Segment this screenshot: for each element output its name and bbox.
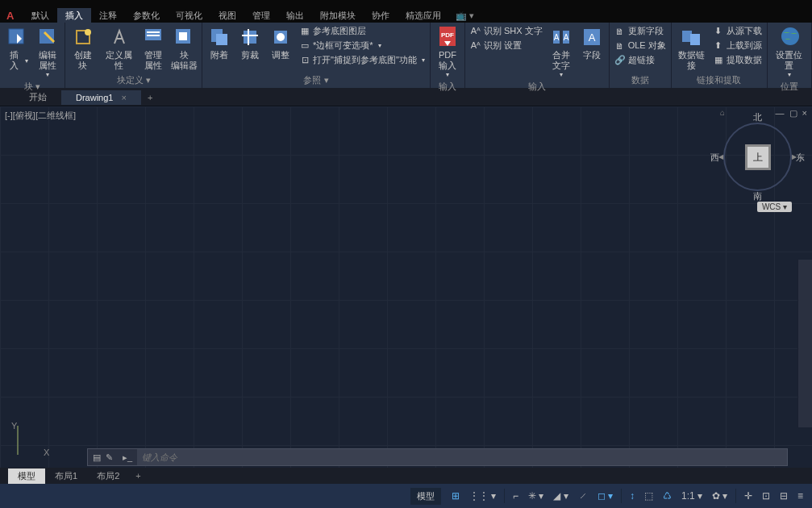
viewport-close-icon[interactable]: × bbox=[802, 108, 807, 119]
field-button[interactable]: A 字段 bbox=[577, 24, 606, 62]
manage-attr-icon bbox=[142, 26, 164, 48]
edit-attributes-button[interactable]: 编辑 属性 ▾ bbox=[33, 24, 62, 80]
menu-output[interactable]: 输出 bbox=[278, 8, 312, 23]
viewcube-east[interactable]: 东 bbox=[796, 151, 805, 163]
drawing-canvas[interactable]: [-][俯视][二维线框] — ▢ × ⌂ ◀ ▶ 上 北 南 西 东 WCS … bbox=[0, 106, 812, 468]
menu-view[interactable]: 视图 bbox=[210, 8, 244, 23]
svg-rect-9 bbox=[179, 32, 187, 40]
command-line[interactable]: ▤ ✎ ▸_ bbox=[87, 448, 788, 466]
menu-insert[interactable]: 插入 bbox=[57, 8, 91, 23]
viewcube[interactable]: ⌂ ◀ ▶ 上 北 南 西 东 bbox=[723, 123, 792, 191]
layout-tab-2[interactable]: 布局2 bbox=[87, 468, 129, 484]
svg-rect-7 bbox=[147, 35, 160, 36]
ucs-x-label: X bbox=[44, 448, 49, 457]
status-snap-icon[interactable]: ⋮⋮ ▾ bbox=[465, 488, 500, 504]
create-block-button[interactable]: 创建块 bbox=[68, 24, 98, 73]
layers-icon: ▦ bbox=[299, 26, 310, 37]
underlay-layers-button[interactable]: ▦参考底图图层 bbox=[297, 24, 427, 38]
pdf-import-button[interactable]: PDF PDF 输入 ▾ bbox=[433, 24, 462, 80]
menu-manage[interactable]: 管理 bbox=[244, 8, 278, 23]
status-scale[interactable]: 1:1 ▾ bbox=[677, 488, 706, 504]
attach-button[interactable]: 附着 bbox=[205, 24, 234, 62]
status-lineweight-icon[interactable]: ↕ bbox=[626, 488, 639, 504]
status-grid-icon[interactable]: ⊞ bbox=[448, 488, 464, 504]
merge-text-button[interactable]: AA 合并 文字 ▾ bbox=[547, 24, 576, 80]
hyperlink-button[interactable]: 🔗超链接 bbox=[612, 53, 668, 67]
menu-default[interactable]: 默认 bbox=[23, 8, 57, 23]
status-transparency-icon[interactable]: ⬚ bbox=[640, 488, 657, 504]
define-attr-button[interactable]: 定义属性 bbox=[100, 24, 139, 73]
status-gear-icon[interactable]: ✿ ▾ bbox=[708, 488, 731, 504]
adjust-button[interactable]: 调整 bbox=[266, 24, 295, 62]
group-blockdef-label: 块定义 ▾ bbox=[68, 73, 199, 88]
status-quickprops-icon[interactable]: ⊟ bbox=[776, 488, 792, 504]
svg-point-14 bbox=[277, 33, 285, 41]
command-input[interactable] bbox=[137, 452, 787, 462]
data-link-icon bbox=[680, 26, 702, 48]
block-editor-icon bbox=[173, 26, 195, 48]
status-osnap-icon[interactable]: ◻ ▾ bbox=[593, 488, 617, 504]
recognize-settings-button[interactable]: Aᴬ识别 设置 bbox=[468, 39, 545, 52]
viewport-maximize-icon[interactable]: ▢ bbox=[789, 108, 797, 119]
recognize-shx-button[interactable]: Aᴬ识别 SHX 文字 bbox=[468, 24, 545, 38]
navigation-bar[interactable] bbox=[797, 260, 812, 427]
status-customize-icon[interactable]: ≡ bbox=[793, 488, 807, 504]
svg-rect-11 bbox=[216, 34, 227, 45]
wcs-selector[interactable]: WCS ▾ bbox=[757, 202, 792, 212]
menu-featured[interactable]: 精选应用 bbox=[398, 8, 449, 23]
upload-source-button[interactable]: ⬆上载到源 bbox=[710, 39, 764, 52]
svg-rect-0 bbox=[9, 29, 23, 44]
viewport-label[interactable]: [-][俯视][二维线框] bbox=[5, 110, 76, 122]
update-fields-button[interactable]: 🗎更新字段 bbox=[612, 24, 668, 38]
extract-icon: ▦ bbox=[713, 55, 724, 66]
ole-object-button[interactable]: 🗎OLE 对象 bbox=[612, 39, 668, 52]
layout-tab-add[interactable]: + bbox=[129, 469, 147, 482]
group-data-label: 数据 bbox=[612, 73, 668, 88]
menu-annotate[interactable]: 注释 bbox=[91, 8, 125, 23]
adjust-icon bbox=[269, 26, 292, 48]
settings-sm-icon: Aᴬ bbox=[470, 40, 481, 52]
layout-tab-1[interactable]: 布局1 bbox=[45, 468, 87, 484]
extract-data-button[interactable]: ▦提取数据 bbox=[710, 53, 764, 67]
manage-attr-button[interactable]: 管理 属性 bbox=[140, 24, 167, 73]
status-model[interactable]: 模型 bbox=[410, 488, 441, 505]
menu-parametric[interactable]: 参数化 bbox=[125, 8, 168, 23]
data-link-button[interactable]: 数据链接 bbox=[674, 24, 709, 73]
tab-close-icon[interactable]: × bbox=[121, 93, 126, 102]
menu-collaborate[interactable]: 协作 bbox=[364, 8, 398, 23]
layout-tab-model[interactable]: 模型 bbox=[8, 468, 45, 484]
field-icon: A bbox=[581, 26, 603, 48]
clip-button[interactable]: 剪裁 bbox=[235, 24, 264, 62]
set-location-button[interactable]: 设置位置 ▾ bbox=[770, 24, 809, 80]
svg-point-26 bbox=[781, 27, 799, 45]
viewcube-west[interactable]: 西 bbox=[710, 151, 719, 163]
status-units-icon[interactable]: ⊡ bbox=[758, 488, 774, 504]
viewport-minimize-icon[interactable]: — bbox=[776, 108, 785, 119]
tab-start[interactable]: 开始 bbox=[15, 89, 61, 106]
upload-icon: ⬆ bbox=[713, 40, 724, 52]
menu-addins[interactable]: 附加模块 bbox=[312, 8, 364, 23]
status-annotation-icon[interactable]: ✛ bbox=[740, 488, 756, 504]
tab-drawing1[interactable]: Drawing1× bbox=[61, 90, 141, 105]
snap-underlay-button[interactable]: ⊡打开"捕捉到参考底图"功能▾ bbox=[297, 53, 427, 67]
viewcube-north[interactable]: 北 bbox=[753, 111, 762, 123]
cmd-recent-icon[interactable]: ▤ bbox=[93, 452, 101, 463]
status-iso-icon[interactable]: ◢ ▾ bbox=[549, 488, 572, 504]
frame-options-button[interactable]: ▭*边框可变选项*▾ bbox=[297, 39, 427, 52]
viewcube-south[interactable]: 南 bbox=[753, 190, 762, 202]
status-ortho-icon[interactable]: ⌐ bbox=[509, 488, 523, 504]
viewcube-home-icon[interactable]: ⌂ bbox=[720, 108, 725, 117]
tab-add-button[interactable]: + bbox=[141, 91, 159, 104]
menu-visualize[interactable]: 可视化 bbox=[168, 8, 210, 23]
cmd-customize-icon[interactable]: ✎ bbox=[106, 452, 113, 463]
share-icon[interactable]: 📺 ▾ bbox=[456, 10, 474, 21]
block-editor-button[interactable]: 块 编辑器 bbox=[169, 24, 199, 73]
insert-block-button[interactable]: 插入▾ bbox=[2, 24, 31, 73]
status-dynamic-icon[interactable]: ⟋ bbox=[574, 488, 592, 504]
ucs-y-label: Y bbox=[11, 421, 17, 431]
viewcube-face-top[interactable]: 上 bbox=[747, 147, 768, 168]
status-polar-icon[interactable]: ✳ ▾ bbox=[524, 488, 548, 504]
status-cycle-icon[interactable]: ♺ bbox=[659, 488, 676, 504]
download-source-button[interactable]: ⬇从源下载 bbox=[710, 24, 764, 38]
shx-icon: Aᴬ bbox=[470, 26, 481, 37]
